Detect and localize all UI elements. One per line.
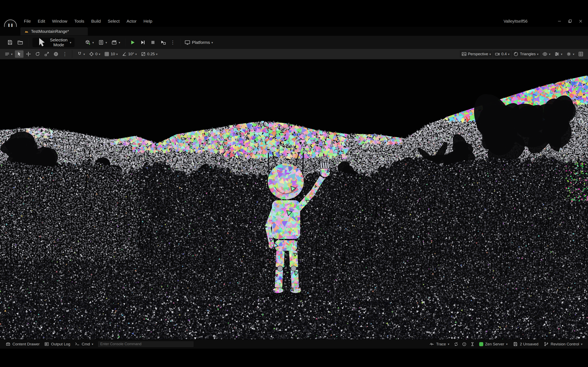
branch-icon [544, 342, 549, 347]
revision-control-dropdown[interactable]: Revision Control ▾ [541, 341, 585, 347]
view-mode-label: Triangles [520, 52, 536, 56]
unsaved-label: 2 Unsaved [520, 342, 538, 346]
chevron-down-icon: ▾ [508, 53, 510, 56]
rotate-icon [35, 51, 40, 57]
alerts-button[interactable] [461, 341, 468, 348]
view-mode-dropdown[interactable]: Triangles ▾ [512, 50, 540, 58]
minimize-button[interactable] [554, 17, 565, 25]
unreal-editor-window: File Edit Window Tools Build Select Acto… [0, 0, 588, 367]
folder-browser-icon [17, 39, 23, 45]
tab-label: TestMountainRange* [31, 29, 69, 34]
location-snap-icon [89, 51, 94, 57]
move-tool-button[interactable] [24, 50, 33, 58]
selection-cursor-icon [36, 36, 48, 48]
close-button[interactable] [575, 17, 586, 25]
quad-view-button[interactable] [577, 50, 585, 58]
output-log-button[interactable]: Output Log [42, 341, 72, 347]
cmd-dropdown[interactable]: Cmd ▾ [72, 341, 95, 347]
grid-snap-dropdown[interactable]: 10 ▾ [103, 50, 120, 58]
skip-next-icon [140, 39, 146, 45]
location-snap-value: 0 [95, 52, 98, 56]
platforms-label: Platforms [192, 40, 210, 45]
menu-actor[interactable]: Actor [123, 17, 140, 25]
surface-snap-dropdown[interactable]: ▾ [75, 50, 87, 58]
quad-view-icon [578, 51, 584, 57]
scale-snap-dropdown[interactable]: 0.25 ▾ [139, 50, 159, 58]
chevron-down-icon: ▾ [537, 53, 539, 56]
rotation-snap-dropdown[interactable]: 10° ▾ [120, 50, 138, 58]
status-bar-right: Trace ▾ Zen Server ▾ 2 Unsaved [427, 341, 585, 348]
chevron-down-icon: ▾ [135, 53, 137, 56]
blueprints-dropdown[interactable]: ▾ [96, 38, 109, 47]
location-snap-dropdown[interactable]: 0 ▾ [87, 50, 102, 58]
selection-mode-dropdown[interactable]: Selection Mode ▾ [33, 38, 75, 47]
console-input[interactable] [98, 341, 194, 347]
camera-speed-dropdown[interactable]: 0.4 ▾ [493, 50, 511, 58]
add-actor-dropdown[interactable]: ▾ [83, 38, 96, 47]
launch-button[interactable] [158, 38, 168, 47]
chevron-down-icon: ▾ [448, 342, 449, 346]
world-space-toggle[interactable] [52, 50, 60, 58]
menu-tools[interactable]: Tools [71, 17, 88, 25]
save-button[interactable] [5, 38, 15, 47]
content-drawer-button[interactable]: Content Drawer [3, 341, 42, 347]
toolbar-divider [28, 39, 28, 46]
play-options-kebab[interactable]: ⋮ [168, 39, 177, 46]
show-flags-dropdown[interactable]: ▾ [541, 50, 552, 58]
tab-level[interactable]: TestMountainRange* [20, 27, 88, 35]
sync-icon [454, 342, 458, 347]
content-browser-button[interactable] [15, 38, 25, 47]
titlebar: File Edit Window Tools Build Select Acto… [0, 16, 588, 26]
chevron-down-icon: ▾ [506, 342, 508, 346]
chevron-down-icon: ▾ [212, 41, 213, 44]
menu-build[interactable]: Build [88, 17, 104, 25]
move-icon [26, 51, 31, 57]
cmd-label: Cmd [82, 342, 90, 346]
stop-button[interactable] [148, 38, 158, 47]
skip-button[interactable] [138, 38, 148, 47]
scale-snap-value: 0.25 [147, 52, 155, 56]
chevron-down-icon: ▾ [84, 53, 85, 56]
menu-window[interactable]: Window [49, 17, 71, 25]
toolbar-divider [125, 39, 125, 46]
grid-snap-value: 10 [111, 52, 115, 56]
scale-icon [44, 51, 49, 57]
select-tool-button[interactable] [15, 50, 24, 58]
rotate-tool-button[interactable] [33, 50, 42, 58]
viewport-tools-kebab[interactable]: ⋮ [61, 50, 69, 58]
scale-tool-button[interactable] [43, 50, 51, 58]
platforms-dropdown[interactable]: Platforms ▾ [182, 38, 215, 47]
save-status-icon [513, 342, 518, 347]
sliders-icon [554, 51, 560, 57]
trace-dropdown[interactable]: Trace ▾ [427, 341, 451, 347]
chevron-down-icon: ▾ [549, 53, 550, 56]
restore-button[interactable] [565, 17, 575, 25]
level-asset-icon [25, 29, 29, 34]
titlebar-right: ValleyItself56 [504, 17, 588, 25]
menu-select[interactable]: Select [104, 17, 123, 25]
menu-edit[interactable]: Edit [34, 17, 49, 25]
unsaved-button[interactable]: 2 Unsaved [511, 341, 541, 347]
menu-help[interactable]: Help [140, 17, 156, 25]
output-log-label: Output Log [51, 342, 70, 346]
cube-plus-icon [85, 39, 91, 45]
play-button[interactable] [127, 38, 138, 47]
viewport-settings-dropdown[interactable]: ▾ [564, 50, 576, 58]
viewport-canvas[interactable] [0, 59, 588, 339]
cinematics-dropdown[interactable]: ▾ [109, 38, 122, 47]
hourglass-icon [470, 342, 475, 347]
camera-speed-value: 0.4 [501, 52, 507, 56]
menu-file[interactable]: File [20, 17, 34, 25]
viewport-filter-dropdown[interactable]: ▾ [553, 50, 564, 58]
sync-status-button[interactable] [452, 341, 460, 348]
zen-server-dropdown[interactable]: Zen Server ▾ [477, 341, 510, 347]
chevron-down-icon: ▾ [105, 41, 107, 44]
chevron-down-icon: ▾ [119, 41, 120, 44]
viewport-options-dropdown[interactable]: ▾ [3, 50, 14, 58]
chevron-down-icon: ▾ [92, 342, 93, 346]
perspective-dropdown[interactable]: Perspective ▾ [460, 50, 493, 58]
tab-row: TestMountainRange* [0, 27, 588, 35]
launch-icon [160, 39, 166, 45]
background-tasks-button[interactable] [469, 341, 476, 348]
grid-snap-icon [104, 51, 109, 57]
